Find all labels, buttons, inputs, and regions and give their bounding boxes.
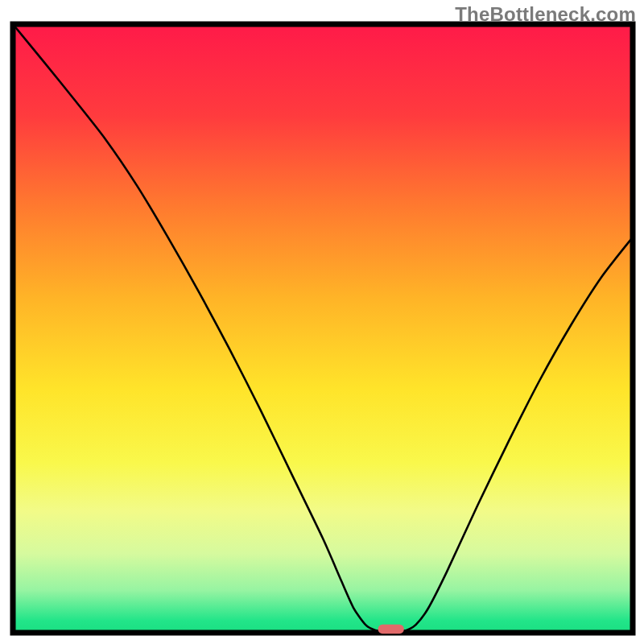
chart-frame: TheBottleneck.com — [0, 0, 644, 644]
optimal-marker — [378, 625, 404, 634]
bottleneck-chart — [0, 0, 644, 644]
chart-gradient-background — [13, 24, 633, 633]
